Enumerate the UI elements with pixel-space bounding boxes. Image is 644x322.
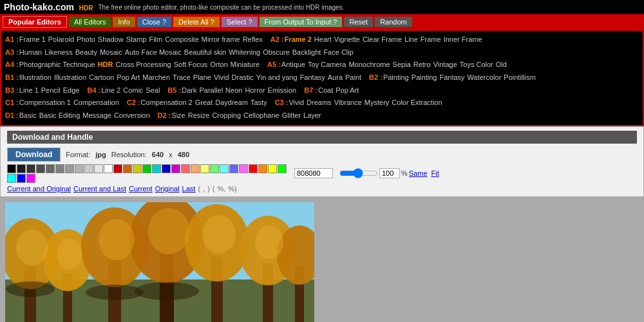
editor-line1[interactable]: Line 1 [19, 84, 39, 97]
editor-vignette[interactable]: Vignette [334, 33, 360, 46]
editor-neon[interactable]: Neon [225, 84, 242, 97]
editor-photo[interactable]: Photo [77, 33, 95, 46]
editor-old[interactable]: Old [496, 59, 507, 71]
editor-sepia[interactable]: Sepia [393, 59, 411, 71]
editor-coat[interactable]: Coat [318, 84, 333, 97]
editor-vibrance[interactable]: Vibrance [334, 97, 362, 109]
zoom-value-input[interactable] [379, 168, 400, 178]
view-last[interactable]: Last [182, 185, 196, 193]
color-swatch[interactable] [46, 164, 55, 173]
color-swatch[interactable] [113, 164, 122, 173]
editor-reflex[interactable]: Reflex [243, 33, 263, 46]
zoom-slider[interactable] [339, 168, 378, 178]
editor-clear-frame[interactable]: Clear Frame [363, 33, 402, 46]
color-swatch[interactable] [162, 164, 171, 173]
editor-layer[interactable]: Layer [303, 109, 321, 122]
editor-obscure[interactable]: Obscure [263, 46, 290, 59]
editor-miniature[interactable]: Miniature [231, 59, 260, 71]
editor-mirror-frame[interactable]: Mirror frame [202, 33, 240, 46]
editor-photo-technique[interactable]: Photographic Technique [19, 59, 95, 71]
color-swatch[interactable] [142, 164, 151, 173]
same-link[interactable]: Same [409, 169, 428, 177]
color-swatch[interactable] [104, 164, 113, 173]
color-swatch[interactable] [268, 164, 277, 173]
color-swatch[interactable] [75, 164, 84, 173]
color-swatch[interactable] [200, 164, 209, 173]
editor-message[interactable]: Message [82, 109, 111, 122]
editor-yin-yang[interactable]: Yin and yang [256, 71, 298, 84]
editor-beautiful-skin[interactable]: Beautiful skin [184, 46, 226, 59]
editor-emission[interactable]: Emission [268, 84, 297, 97]
editor-pop-art2[interactable]: Pop Art [336, 84, 359, 97]
editor-conversion[interactable]: Conversion [114, 109, 150, 122]
editor-face-clip[interactable]: Face Clip [323, 46, 353, 59]
editor-daydream[interactable]: Daydream [215, 97, 248, 109]
editor-horror[interactable]: Horror [245, 84, 265, 97]
editor-auto-face-mosaic[interactable]: Auto Face Mosaic [125, 46, 182, 59]
editor-whitening[interactable]: Whitening [229, 46, 260, 59]
editor-likeness[interactable]: Likeness [44, 46, 72, 59]
editor-illustration1[interactable]: Illustration [19, 71, 52, 84]
select-button[interactable]: Select ? [222, 17, 258, 27]
editor-vivid[interactable]: Vivid [214, 71, 229, 84]
editor-dark[interactable]: Dark [182, 84, 196, 97]
view-current-original[interactable]: Current and Original [7, 185, 71, 193]
editor-film[interactable]: Film [149, 33, 162, 46]
editor-vivid2[interactable]: Vivid [289, 97, 304, 109]
color-swatch[interactable] [133, 164, 142, 173]
editor-great[interactable]: Great [195, 97, 213, 109]
editor-size[interactable]: Size [171, 109, 185, 122]
download-button[interactable]: Download [7, 147, 61, 162]
color-swatch[interactable] [17, 164, 26, 173]
color-input[interactable] [294, 168, 333, 178]
color-swatch[interactable] [220, 164, 229, 173]
editor-toys-color[interactable]: Toys Color [460, 59, 493, 71]
color-swatch[interactable] [17, 174, 26, 183]
editor-hdr[interactable]: HDR [98, 59, 113, 71]
editor-painting1[interactable]: Painting [383, 71, 409, 84]
color-swatch[interactable] [278, 164, 287, 173]
editor-compensation1[interactable]: Compensation 1 [19, 97, 71, 109]
editor-soft-focus[interactable]: Soft Focus [174, 59, 208, 71]
editor-compensation2[interactable]: Compensation 2 [141, 97, 193, 109]
color-swatch[interactable] [210, 164, 219, 173]
editor-line[interactable]: Line [404, 33, 418, 46]
editor-resize[interactable]: Resize [188, 109, 210, 122]
view-original[interactable]: Original [155, 185, 180, 193]
editor-frame1[interactable]: Frame 1 [19, 33, 46, 46]
color-swatch[interactable] [152, 164, 161, 173]
editor-fantasy2[interactable]: Fantasy [439, 71, 464, 84]
editor-tasty[interactable]: Tasty [251, 97, 267, 109]
editor-orton[interactable]: Orton [210, 59, 228, 71]
editor-pointillism[interactable]: Pointillism [504, 71, 536, 84]
editor-shadow[interactable]: Shadow [98, 33, 124, 46]
editor-basic-editing[interactable]: Basic Editing [39, 109, 80, 122]
color-swatch[interactable] [7, 174, 16, 183]
random-button[interactable]: Random [375, 17, 412, 27]
editor-marchen[interactable]: Marchen [142, 71, 170, 84]
editor-heart[interactable]: Heart [314, 33, 332, 46]
view-current[interactable]: Current [129, 185, 153, 193]
fit-link[interactable]: Fit [431, 169, 439, 177]
editor-human[interactable]: Human [19, 46, 42, 59]
editor-drastic[interactable]: Drastic [232, 71, 254, 84]
color-swatch[interactable] [181, 164, 190, 173]
editor-aura[interactable]: Aura [328, 71, 343, 84]
editor-parallel[interactable]: Parallel [199, 84, 223, 97]
editor-glitter[interactable]: Glitter [282, 109, 301, 122]
color-swatch[interactable] [258, 164, 267, 173]
view-current-last[interactable]: Current and Last [73, 185, 126, 193]
editor-paint[interactable]: Paint [345, 71, 361, 84]
color-swatch[interactable] [26, 164, 35, 173]
output-to-input-button[interactable]: From Output To Input ? [260, 17, 343, 27]
editor-pencil[interactable]: Pencil [41, 84, 61, 97]
editor-watercolor[interactable]: Watercolor [468, 71, 502, 84]
editor-line2[interactable]: Line 2 [101, 84, 120, 97]
editor-compensation1b[interactable]: Compensation [73, 97, 119, 109]
editor-painting2[interactable]: Painting [412, 71, 437, 84]
editor-seal[interactable]: Seal [146, 84, 160, 97]
editor-monochrome[interactable]: Monochrome [348, 59, 390, 71]
editor-mystery[interactable]: Mystery [365, 97, 390, 109]
editor-edge[interactable]: Edge [63, 84, 80, 97]
editor-dreams[interactable]: Dreams [307, 97, 332, 109]
